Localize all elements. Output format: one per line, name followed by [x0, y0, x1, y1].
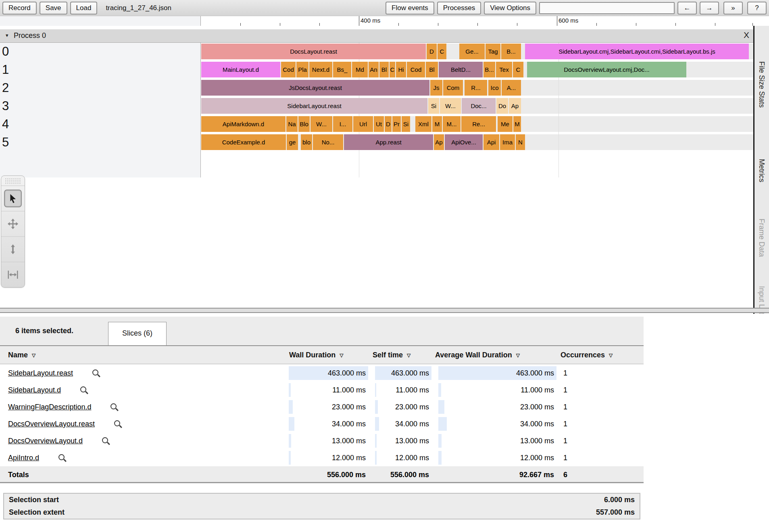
- slice[interactable]: SidebarLayout.cmj,SidebarLayout.cmi,Side…: [525, 44, 749, 59]
- slice[interactable]: JsDocsLayout.reast: [201, 80, 429, 96]
- slice[interactable]: Do: [496, 98, 508, 114]
- magnifier-icon[interactable]: [114, 420, 120, 426]
- close-process-icon[interactable]: X: [744, 30, 749, 40]
- slice[interactable]: Bl: [379, 62, 389, 77]
- slice[interactable]: Ima: [500, 134, 515, 150]
- slice[interactable]: Hi: [396, 62, 406, 77]
- magnifier-icon[interactable]: [102, 437, 108, 443]
- magnifier-icon[interactable]: [92, 369, 98, 376]
- timing-span-icon: [4, 266, 22, 284]
- slice[interactable]: An: [369, 62, 379, 77]
- slice[interactable]: C: [513, 62, 523, 77]
- slice[interactable]: Ap: [509, 98, 521, 114]
- slice[interactable]: BeltD...: [439, 62, 483, 77]
- slice[interactable]: D: [385, 116, 392, 132]
- slice[interactable]: R...: [465, 80, 487, 96]
- slice[interactable]: A...: [502, 80, 521, 96]
- slice[interactable]: Cod: [407, 62, 425, 77]
- slice[interactable]: ApiMarkdown.d: [201, 116, 286, 132]
- column-header-occurrences[interactable]: Occurrences▽: [561, 346, 613, 364]
- selection-tool[interactable]: [1, 186, 25, 211]
- slice[interactable]: D: [427, 44, 437, 59]
- slice[interactable]: M: [432, 116, 442, 132]
- slice[interactable]: Na: [286, 116, 298, 132]
- slice[interactable]: Doc...: [462, 98, 496, 114]
- slice-name-link[interactable]: DocsOverviewLayout.reast: [8, 415, 120, 432]
- column-header-name[interactable]: Name▽: [8, 346, 35, 364]
- slice[interactable]: Tag: [486, 44, 500, 59]
- slice[interactable]: DocsLayout.reast: [201, 44, 426, 59]
- slice[interactable]: Si: [428, 98, 439, 114]
- tab-slices[interactable]: Slices (6): [108, 322, 167, 345]
- duration-bar: [438, 434, 442, 448]
- slice[interactable]: Tex: [496, 62, 512, 77]
- slice[interactable]: Api: [483, 134, 499, 150]
- pan-tool[interactable]: [1, 211, 25, 236]
- slice[interactable]: Re...: [461, 116, 496, 132]
- zoom-tool[interactable]: [1, 236, 25, 262]
- slice[interactable]: Next.d: [309, 62, 332, 77]
- magnifier-icon[interactable]: [110, 403, 117, 409]
- slice[interactable]: blo: [301, 134, 312, 150]
- slice-name-link[interactable]: ApiIntro.d: [8, 449, 65, 466]
- slice[interactable]: Blo: [298, 116, 310, 132]
- panel-splitter[interactable]: [0, 308, 769, 313]
- sidebar-tab-file-size-stats[interactable]: File Size Stats: [757, 61, 766, 108]
- average-wall-duration-cell: 34.000 ms: [438, 415, 556, 432]
- slice[interactable]: M: [513, 116, 521, 132]
- slice[interactable]: Com: [443, 80, 463, 96]
- slice[interactable]: Js: [430, 80, 442, 96]
- slice[interactable]: CodeExample.d: [201, 134, 286, 150]
- slice[interactable]: Ico: [488, 80, 501, 96]
- slice[interactable]: Ap: [434, 134, 444, 150]
- slice-name-link[interactable]: WarningFlagDescription.d: [8, 398, 117, 415]
- process-header[interactable]: ▾ Process 0 X: [0, 29, 753, 43]
- average-wall-duration-cell: 463.000 ms: [438, 365, 556, 382]
- slice[interactable]: Me: [498, 116, 513, 132]
- slice[interactable]: C: [390, 62, 395, 77]
- column-header-self-time[interactable]: Self time▽: [373, 346, 411, 364]
- slice[interactable]: Cod: [281, 62, 296, 77]
- slice[interactable]: Xml: [415, 116, 431, 132]
- slice[interactable]: I...: [333, 116, 352, 132]
- slice[interactable]: Bs_: [333, 62, 351, 77]
- slice[interactable]: DocsOverviewLayout.cmj,Doc...: [527, 62, 686, 77]
- slice[interactable]: C: [438, 44, 446, 59]
- slice[interactable]: ge: [287, 134, 298, 150]
- slice[interactable]: M...: [443, 116, 461, 132]
- timing-tool[interactable]: [1, 262, 25, 287]
- occurrences-cell: 1: [561, 398, 593, 415]
- slice[interactable]: Ut: [374, 116, 384, 132]
- slice[interactable]: MainLayout.d: [201, 62, 280, 77]
- slice[interactable]: No...: [313, 134, 343, 150]
- slice[interactable]: Bl: [426, 62, 438, 77]
- column-header-wall-duration[interactable]: Wall Duration▽: [289, 346, 344, 364]
- sidebar-tab-frame-data[interactable]: Frame Data: [757, 219, 766, 257]
- slice[interactable]: Ge...: [459, 44, 485, 59]
- collapse-triangle-icon[interactable]: ▾: [6, 32, 8, 38]
- slice[interactable]: B...: [501, 44, 521, 59]
- column-header-average-wall-duration[interactable]: Average Wall Duration▽: [435, 346, 520, 364]
- slice[interactable]: SidebarLayout.reast: [201, 98, 427, 114]
- slice[interactable]: B...: [483, 62, 495, 77]
- slice[interactable]: App.reast: [344, 134, 433, 150]
- selection-extent-value: 557.000 ms: [596, 506, 635, 519]
- slice[interactable]: Pla: [296, 62, 308, 77]
- slice[interactable]: ApiOve...: [445, 134, 483, 150]
- slice[interactable]: W...: [440, 98, 461, 114]
- timeline-ruler[interactable]: 400 ms600 ms: [0, 16, 753, 26]
- palette-drag-handle[interactable]: [5, 178, 21, 184]
- magnifier-icon[interactable]: [58, 454, 65, 460]
- sidebar-tab-metrics[interactable]: Metrics: [757, 159, 766, 182]
- slice[interactable]: Si: [402, 116, 410, 132]
- slice[interactable]: N: [516, 134, 525, 150]
- table-row: WarningFlagDescription.d23.000 ms23.000 …: [0, 398, 644, 415]
- slice-name-link[interactable]: DocsOverviewLayout.d: [8, 432, 108, 449]
- slice[interactable]: Pr: [392, 116, 401, 132]
- slice-name-link[interactable]: SidebarLayout.d: [8, 382, 86, 398]
- slice[interactable]: Md: [352, 62, 368, 77]
- magnifier-icon[interactable]: [80, 386, 86, 392]
- slice[interactable]: Url: [353, 116, 373, 132]
- slice[interactable]: W...: [311, 116, 332, 132]
- slice-name-link[interactable]: SidebarLayout.reast: [8, 365, 98, 382]
